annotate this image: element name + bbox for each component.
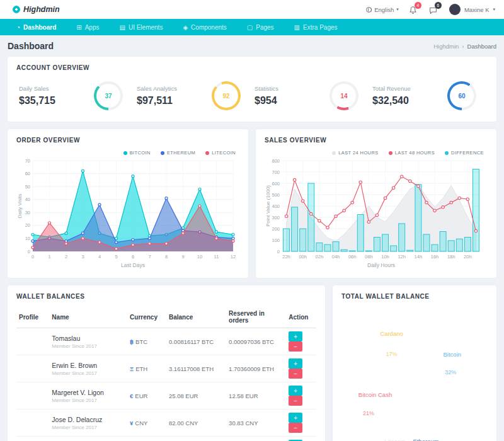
stat-label: Sales Analytics [137,85,177,92]
nav-label: Dashboard [23,24,56,31]
progress-ring: 37 [94,81,123,110]
wallet-balances-card: WALLET BALANCES Profile Name Currency Ba… [8,285,325,441]
svg-text:10: 10 [25,236,30,241]
remove-button[interactable]: − [289,396,302,406]
progress-value: 37 [94,81,123,110]
legend-item-bitcoin[interactable]: BITCOIN [123,150,151,156]
table-row: Luke J. SainMember Since 2017฿BTC2.00816… [16,437,316,441]
notifications-button[interactable]: 4 [409,4,419,14]
breadcrumb-separator: › [462,43,464,50]
add-button[interactable]: + [289,386,302,396]
svg-text:8: 8 [165,254,168,260]
wallet-balances-title: WALLET BALANCES [16,293,316,300]
language-selector[interactable]: English ▾ [366,6,399,13]
col-header-reserved: Reserved in orders [226,306,286,328]
add-button[interactable]: + [289,413,302,423]
remove-button[interactable]: − [289,341,302,352]
avatar [449,4,461,15]
pie-value-bitcoin-cash: 21% [363,410,374,416]
col-header-profile: Profile [16,306,49,328]
svg-text:00h: 00h [299,254,307,260]
svg-text:Daily Visits: Daily Visits [17,194,23,219]
progress-value: 14 [329,81,358,110]
table-row: Jose D. DelacruzMember Since 2017¥CNY82.… [16,410,316,437]
account-overview-title: ACCOUNT OVERVIEW [16,64,488,71]
wallet-name: Tomaslau [52,335,125,342]
nav-item-dashboard[interactable]: ◔ Dashboard [6,19,66,35]
legend-item-last-48-hours[interactable]: LAST 48 HOURS [389,150,435,156]
progress-ring: 92 [212,81,241,110]
svg-text:1: 1 [48,254,50,260]
topbar: Highdmin English ▾ 4 6 Maxine K ▾ [0,0,504,19]
nav-item-pages[interactable]: ▢ Pages [237,19,284,35]
svg-text:6: 6 [132,254,134,260]
nav-item-components[interactable]: ◈ Components [173,19,236,35]
stat-value: $97,511 [137,95,177,106]
nav-item-ui-elements[interactable]: ▤ UI Elements [109,19,173,35]
stat-value: $35,715 [19,95,55,106]
svg-text:20h: 20h [464,254,472,260]
add-button[interactable]: + [289,331,302,341]
brand[interactable]: Highdmin [13,5,60,14]
legend-dot [332,151,336,155]
pie-label-litecoin: Litecoin [384,437,405,441]
pie-value-cardano: 17% [386,351,398,357]
svg-text:12: 12 [231,254,236,260]
wallet-name: Erwin E. Brown [52,362,125,369]
legend-dot [389,151,392,155]
legend-item-difference[interactable]: DIFFERENCE [445,150,484,156]
wallet-table: Profile Name Currency Balance Reserved i… [16,306,316,441]
svg-text:22h: 22h [282,254,290,260]
progress-ring: 14 [329,81,358,110]
table-row: Erwin E. BrownMember Since 2017ΞETH3.161… [16,355,316,382]
svg-text:700: 700 [272,169,280,175]
svg-text:3: 3 [81,254,84,260]
wallet-reserved: 30.83 CNY [226,410,286,437]
col-header-currency: Currency [127,306,166,328]
globe-icon [366,7,372,13]
breadcrumb-root[interactable]: Highdmin [433,43,459,50]
svg-text:10: 10 [197,254,202,260]
user-menu[interactable]: Maxine K ▾ [449,4,495,15]
currency-icon: € [130,392,133,399]
svg-text:18h: 18h [447,254,455,260]
legend-item-last-24-hours[interactable]: LAST 24 HOURS [332,150,378,156]
svg-text:4: 4 [98,254,101,260]
svg-text:500: 500 [272,192,280,198]
legend-item-litecoin[interactable]: LITECOIN [205,150,236,156]
nav-item-apps[interactable]: ⊞ Apps [66,19,109,35]
nav-label: Pages [256,24,273,31]
wallet-name: Jose D. Delacruz [52,416,125,423]
stat-value: $32,540 [372,95,411,106]
messages-button[interactable]: 6 [429,4,439,14]
legend-item-ethereum[interactable]: ETHEREUM [161,150,195,156]
progress-value: 92 [212,81,241,110]
add-button[interactable]: + [289,358,302,369]
pie-label-bitcoin-cash: Bitcoin Cash [358,391,392,398]
wallet-balance: 2.00816117 BTC [166,437,226,441]
progress-value: 60 [447,81,476,110]
legend-label: LAST 24 HOURS [338,150,378,156]
legend-label: LITECOIN [212,150,236,156]
svg-text:0: 0 [277,249,280,255]
svg-text:0: 0 [32,254,34,260]
nav-label: Extra Pages [303,24,337,31]
chevron-down-icon: ▾ [493,7,495,12]
stat-label: Daily Sales [19,85,55,92]
wallet-member-since: Member Since 2017 [52,370,125,376]
wallet-balance: 82.00 CNY [166,410,226,437]
svg-text:100: 100 [272,238,280,243]
sales-overview-card: SALES OVERVIEW LAST 24 HOURS LAST 48 HOU… [256,129,496,278]
logo-icon [13,6,20,13]
stat-daily-sales: Daily Sales $35,715 37 [16,77,134,114]
table-row: Margeret V. LigonMember Since 2017€EUR25… [16,382,316,410]
wallet-member-since: Member Since 2017 [52,425,125,430]
svg-text:04h: 04h [332,254,340,260]
remove-button[interactable]: − [289,369,302,379]
remove-button[interactable]: − [289,423,302,433]
nav-item-extra-pages[interactable]: ▥ Extra Pages [284,19,348,35]
currency-code: BTC [135,338,147,345]
extra-pages-icon: ▥ [294,24,300,31]
legend-dot [123,151,127,155]
currency-icon: Ξ [130,365,134,372]
